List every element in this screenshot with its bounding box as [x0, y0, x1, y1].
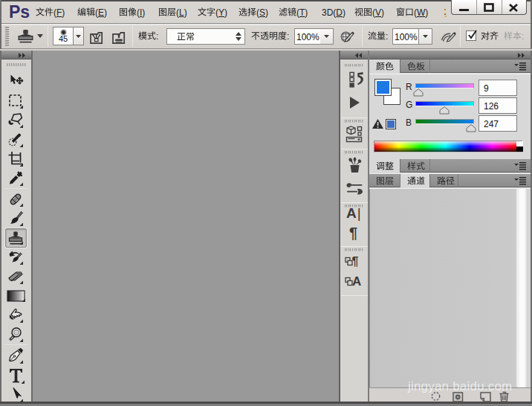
svg-text:A: A — [352, 274, 361, 289]
svg-text:¶: ¶ — [352, 255, 359, 268]
